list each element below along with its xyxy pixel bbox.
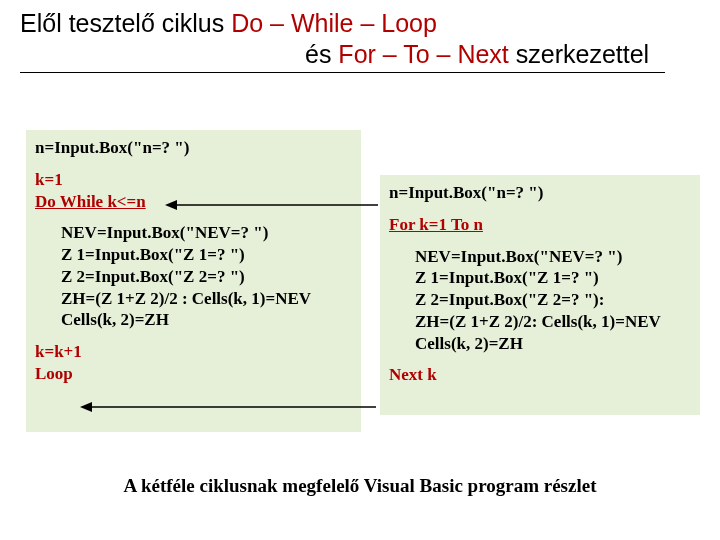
code-line: Cells(k, 2)=ZH xyxy=(415,333,691,355)
code-line: Next k xyxy=(389,364,691,386)
arrow-icon xyxy=(80,400,378,414)
svg-marker-1 xyxy=(165,200,177,210)
code-line: ZH=(Z 1+Z 2)/2: Cells(k, 1)=NEV xyxy=(415,311,691,333)
slide-title: Elől tesztelő ciklus Do – While – Loop é… xyxy=(20,8,649,71)
code-line: Z 2=Input.Box("Z 2=? "): xyxy=(415,289,691,311)
do-while-code-box: n=Input.Box("n=? ") k=1 Do While k<=n NE… xyxy=(26,130,361,432)
for-next-code-box: n=Input.Box("n=? ") For k=1 To n NEV=Inp… xyxy=(380,175,700,415)
title-text-3: szerkezettel xyxy=(516,40,649,68)
svg-marker-3 xyxy=(80,402,92,412)
title-text-1: Elől tesztelő ciklus xyxy=(20,9,231,37)
code-line: ZH=(Z 1+Z 2)/2 : Cells(k, 1)=NEV xyxy=(61,288,352,310)
arrow-icon xyxy=(165,198,380,212)
code-line: NEV=Input.Box("NEV=? ") xyxy=(61,222,352,244)
code-line: For k=1 To n xyxy=(389,214,691,236)
code-line: n=Input.Box("n=? ") xyxy=(35,137,352,159)
code-line: n=Input.Box("n=? ") xyxy=(389,182,691,204)
title-red-2: For – To – Next xyxy=(338,40,515,68)
code-line: Cells(k, 2)=ZH xyxy=(61,309,352,331)
code-line: Z 1=Input.Box("Z 1=? ") xyxy=(415,267,691,289)
code-line: Z 1=Input.Box("Z 1=? ") xyxy=(61,244,352,266)
code-line: Loop xyxy=(35,363,352,385)
title-underline xyxy=(20,72,665,73)
code-line: Z 2=Input.Box("Z 2=? ") xyxy=(61,266,352,288)
code-line: NEV=Input.Box("NEV=? ") xyxy=(415,246,691,268)
slide-caption: A kétféle ciklusnak megfelelő Visual Bas… xyxy=(0,475,720,497)
code-line: k=k+1 xyxy=(35,341,352,363)
title-text-2: és xyxy=(305,40,338,68)
code-line: k=1 xyxy=(35,169,352,191)
title-red-1: Do – While – Loop xyxy=(231,9,437,37)
